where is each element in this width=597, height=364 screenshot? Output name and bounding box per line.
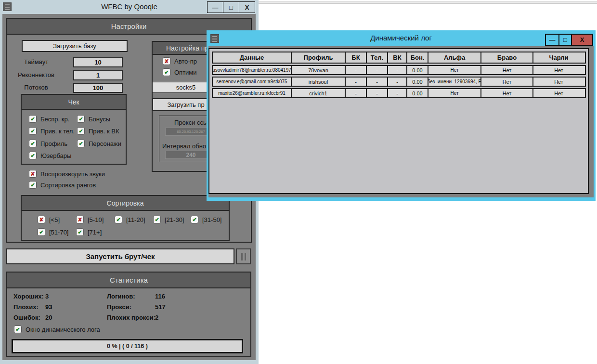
maximize-button[interactable]: □	[558, 34, 572, 46]
checkbox-sort-31-50[interactable]: ✔	[191, 216, 198, 223]
table-header-cell[interactable]: ВК	[387, 52, 406, 63]
table-header-cell[interactable]: Профиль	[291, 52, 345, 63]
table-header-cell[interactable]: Браво	[480, 52, 532, 63]
checkbox-sort-11-20[interactable]: ✔	[115, 216, 122, 223]
table-row[interactable]: semenov.e@gmail.com:a9stk075irishsoul---…	[212, 77, 586, 87]
checkbox-sort-5-10[interactable]: ✘	[76, 216, 84, 223]
table-cell: -	[366, 66, 387, 74]
close-button[interactable]: X	[239, 1, 255, 13]
threads-field[interactable]: 100	[73, 83, 123, 93]
checkbox-rank-sort[interactable]: ✔	[29, 181, 37, 189]
checkbox-priv-vk-label: Прив. к ВК	[89, 128, 119, 135]
table-cell: -	[345, 78, 366, 86]
close-icon: X	[245, 4, 249, 11]
checkbox-personazhi-label: Персонажи	[89, 140, 121, 147]
checkbox-priv-tel[interactable]: ✔	[29, 127, 37, 135]
table-header-cell[interactable]: Данные	[213, 52, 291, 63]
table-cell: 0.00	[406, 66, 428, 74]
checkbox-bonusy-label: Бонусы	[89, 116, 110, 123]
checkbox-auto-proxy[interactable]: ✘	[163, 57, 170, 65]
checkbox-priv-vk[interactable]: ✔	[77, 127, 85, 135]
minimize-icon: —	[212, 4, 219, 11]
stat-proxies: Прокси:517	[107, 303, 166, 311]
threads-label: Потоков	[5, 84, 67, 91]
maximize-button[interactable]: □	[223, 1, 239, 13]
close-button[interactable]: X	[571, 34, 593, 46]
maximize-icon: □	[563, 36, 567, 43]
table-cell: -	[345, 89, 366, 97]
progress-bar: 0 % | ( 0 / 116 )	[12, 339, 243, 353]
checkbox-optimize-label: Оптими	[174, 69, 197, 76]
interval-label: Интервал обно	[162, 143, 206, 150]
checkbox-personazhi[interactable]: ✔	[77, 140, 85, 147]
pause-button[interactable]	[236, 248, 251, 264]
table-cell: -	[387, 66, 406, 74]
checkbox-rank-sort-label: Сортировка рангов	[40, 182, 96, 189]
log-table-body: usovvladimir78@rambler.ru:080419778vovan…	[212, 65, 586, 98]
table-header-cell[interactable]: Альфа	[428, 52, 480, 63]
checkbox-bespr-kr[interactable]: ✔	[29, 115, 37, 123]
table-cell: -	[387, 89, 406, 97]
table-header-cell[interactable]: Бон.	[406, 52, 428, 63]
checkbox-bespr-kr-label: Беспр. кр.	[40, 116, 69, 123]
table-cell: semenov.e@gmail.com:a9stk075	[213, 78, 291, 86]
table-cell: crivich1	[291, 89, 345, 97]
load-base-button[interactable]: Загрузить базу	[22, 40, 128, 52]
log-window-title: Динамический лог	[207, 34, 596, 42]
table-cell: Нет	[428, 66, 480, 74]
table-cell: 0.00	[406, 89, 428, 97]
pause-icon	[245, 253, 246, 260]
checkbox-sounds[interactable]: ✘	[29, 170, 37, 178]
start-brute-button[interactable]: Запустить брут/чек	[6, 248, 234, 264]
pause-icon	[241, 253, 243, 260]
stat-bad: Плохих:93	[13, 303, 52, 311]
checkbox-sort-11-20-label: [11-20]	[126, 216, 145, 223]
desktop: WFBC by Qooqle — □ X Настройки Загрузить…	[0, 0, 597, 364]
checkbox-log-window[interactable]: ✔	[14, 325, 22, 333]
table-header-cell[interactable]: Тел.	[366, 52, 387, 63]
table-cell: Нет	[428, 89, 480, 97]
minimize-button[interactable]: —	[545, 34, 559, 46]
table-cell: maxito26@rambler.ru:rkfccbr91	[213, 89, 291, 97]
minimize-button[interactable]: —	[207, 1, 223, 13]
checkbox-priv-tel-label: Прив. к тел.	[40, 128, 75, 135]
log-table-header: ДанныеПрофильБКТел.ВКБон.АльфаБравоЧарли	[212, 52, 586, 64]
reconnects-label: Реконнектов	[5, 71, 67, 78]
table-header-cell[interactable]: Чарли	[532, 52, 584, 63]
log-titlebar[interactable]: Динамический лог — □ X	[207, 30, 596, 46]
proxy-link-group-title: Прокси ссы	[174, 119, 208, 126]
timeout-field[interactable]: 10	[73, 57, 123, 67]
stat-errors: Ошибок:20	[13, 314, 52, 321]
checkbox-auto-proxy-label: Авто-пр	[174, 58, 197, 65]
checkbox-sort-21-30-label: [21-30]	[165, 216, 184, 223]
check-group-title: Чек	[22, 95, 126, 110]
checkbox-sort-51-70[interactable]: ✔	[38, 228, 45, 236]
checkbox-sort-lt5[interactable]: ✘	[38, 216, 45, 223]
checkbox-log-window-label: Окно динамического лога	[26, 326, 100, 333]
log-table-panel: ДанныеПрофильБКТел.ВКБон.АльфаБравоЧарли…	[208, 48, 589, 194]
timeout-label: Таймаут	[5, 58, 67, 65]
table-header-cell[interactable]: БК	[345, 52, 366, 63]
checkbox-optimize[interactable]: ✔	[163, 68, 170, 76]
table-cell: Нет	[480, 78, 532, 86]
table-cell: Нет	[480, 66, 532, 74]
checkbox-userbary[interactable]: ✔	[29, 152, 37, 159]
table-row[interactable]: maxito26@rambler.ru:rkfccbr91crivich1---…	[212, 88, 586, 98]
table-cell: Нет	[532, 89, 584, 97]
table-row[interactable]: usovvladimir78@rambler.ru:080419778vovan…	[212, 65, 586, 75]
checkbox-sort-lt5-label: [<5]	[49, 216, 60, 223]
checkbox-profil-label: Профиль	[40, 140, 67, 147]
table-cell: -	[345, 66, 366, 74]
main-titlebar[interactable]: WFBC by Qooqle — □ X	[0, 0, 259, 14]
checkbox-sort-5-10-label: [5-10]	[88, 216, 104, 223]
stat-good: Хороших:3	[13, 293, 49, 300]
checkbox-sort-71plus[interactable]: ✔	[76, 228, 84, 236]
checkbox-sort-21-30[interactable]: ✔	[153, 216, 161, 223]
checkbox-sort-71plus-label: [71+]	[88, 229, 102, 236]
checkbox-bonusy[interactable]: ✔	[77, 115, 85, 123]
checkbox-userbary-label: Юзербары	[40, 152, 71, 159]
reconnects-field[interactable]: 1	[73, 70, 123, 80]
checkbox-profil[interactable]: ✔	[29, 140, 37, 147]
checkbox-sort-31-50-label: [31-50]	[202, 216, 221, 223]
checkbox-sounds-label: Воспроизводить звуки	[40, 170, 105, 178]
